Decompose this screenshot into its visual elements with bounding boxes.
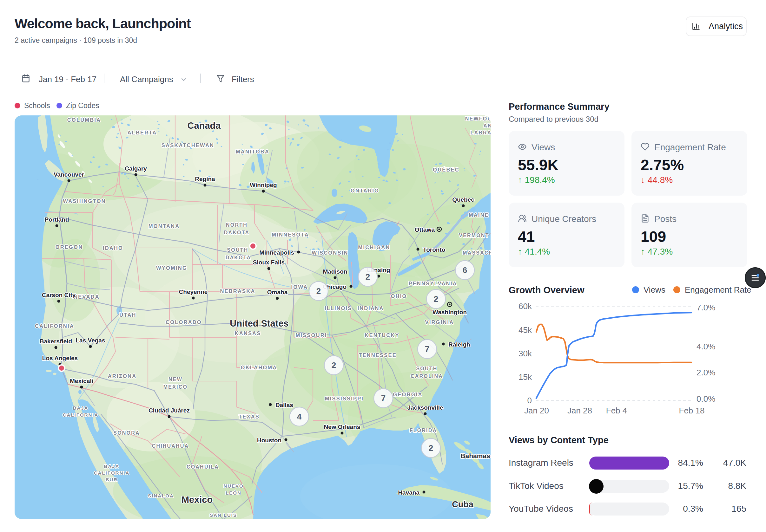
svg-text:Bahamas: Bahamas [460, 452, 490, 459]
svg-text:CALIFORNIA: CALIFORNIA [63, 412, 99, 418]
svg-text:7.0%: 7.0% [697, 303, 715, 312]
svg-text:Calgary: Calgary [125, 165, 147, 172]
svg-text:VERMONT: VERMONT [459, 233, 489, 238]
svg-text:2.0%: 2.0% [697, 368, 715, 377]
svg-text:MASSACHUSET: MASSACHUSET [463, 250, 490, 256]
svg-text:MICHIGAN: MICHIGAN [358, 244, 390, 250]
svg-text:LEÓN: LEÓN [226, 490, 242, 496]
svg-text:PENNSYLVANIA: PENNSYLVANIA [408, 281, 457, 286]
svg-text:Ciudad Juárez: Ciudad Juárez [148, 407, 190, 414]
svg-text:CALIFORNIA: CALIFORNIA [35, 323, 74, 329]
svg-text:Havana: Havana [398, 489, 419, 496]
svg-text:KANSAS: KANSAS [235, 330, 261, 336]
svg-text:SOUTH: SOUTH [227, 247, 249, 253]
svg-text:COAHUILA: COAHUILA [186, 464, 219, 470]
svg-text:SUR: SUR [106, 477, 118, 482]
svg-text:UTAH: UTAH [119, 312, 136, 318]
svg-text:OHIO: OHIO [391, 293, 407, 299]
svg-text:0.0%: 0.0% [697, 394, 715, 404]
svg-text:INDIANA: INDIANA [358, 305, 384, 311]
svg-text:COLUMBIA: COLUMBIA [67, 117, 101, 123]
svg-text:7: 7 [381, 393, 386, 403]
svg-text:4.0%: 4.0% [697, 342, 715, 351]
svg-text:MEXICO: MEXICO [163, 384, 187, 390]
svg-text:KENTUCKY: KENTUCKY [365, 332, 399, 338]
svg-text:Carson City: Carson City [42, 292, 76, 298]
svg-text:Regina: Regina [195, 176, 215, 182]
svg-text:2: 2 [429, 443, 433, 453]
svg-text:AN: AN [483, 123, 490, 128]
svg-text:2: 2 [316, 286, 321, 296]
svg-text:MINNESOTA: MINNESOTA [272, 232, 309, 237]
svg-text:Jan 20: Jan 20 [524, 406, 549, 415]
svg-text:VIRGINIA: VIRGINIA [425, 319, 454, 325]
svg-text:United States: United States [230, 318, 289, 328]
svg-text:Sioux Falls: Sioux Falls [253, 259, 285, 266]
svg-text:CALIFORNIA: CALIFORNIA [94, 470, 130, 476]
svg-text:Minneapolis: Minneapolis [259, 249, 294, 256]
svg-text:SAN LUIS: SAN LUIS [210, 512, 237, 518]
svg-text:MONTANA: MONTANA [148, 223, 180, 229]
svg-text:SOUTH: SOUTH [416, 366, 438, 371]
svg-text:WYOMING: WYOMING [156, 265, 187, 271]
svg-text:Raleigh: Raleigh [448, 341, 470, 348]
svg-text:TEXAS: TEXAS [239, 414, 260, 419]
svg-text:Winnipeg: Winnipeg [250, 182, 277, 188]
svg-text:MISSOURI: MISSOURI [295, 332, 327, 338]
svg-text:MAINE: MAINE [469, 212, 489, 218]
svg-text:MANITOBA: MANITOBA [236, 149, 269, 154]
svg-text:60k: 60k [518, 302, 532, 311]
svg-text:Mexicali: Mexicali [70, 378, 93, 384]
svg-text:DAKOTA: DAKOTA [224, 230, 250, 235]
svg-text:30k: 30k [518, 349, 532, 358]
svg-text:Washington: Washington [432, 309, 467, 315]
svg-text:ALBERTA: ALBERTA [127, 130, 157, 135]
svg-text:45k: 45k [518, 325, 532, 335]
svg-text:0: 0 [527, 396, 532, 405]
svg-text:LABRA: LABRA [471, 130, 491, 135]
svg-text:Toronto: Toronto [423, 246, 445, 253]
svg-text:4: 4 [297, 412, 302, 421]
svg-text:15k: 15k [518, 372, 532, 382]
svg-text:Feb 18: Feb 18 [679, 406, 705, 415]
svg-text:BAJA: BAJA [104, 464, 120, 469]
svg-text:WASHINGTON: WASHINGTON [63, 198, 106, 204]
svg-text:Omaha: Omaha [267, 289, 288, 295]
svg-text:NEWFOU: NEWFOU [465, 116, 490, 121]
svg-text:QUÉBEC: QUÉBEC [433, 167, 459, 172]
svg-text:NEVADA: NEVADA [74, 294, 100, 300]
svg-text:Ottawa: Ottawa [415, 226, 435, 233]
svg-text:Bakersfield: Bakersfield [40, 338, 72, 345]
svg-text:SINALOA: SINALOA [148, 493, 174, 498]
svg-text:Quebec: Quebec [452, 196, 474, 203]
svg-text:MISSISSIPPI: MISSISSIPPI [325, 396, 364, 401]
svg-text:Los Angeles: Los Angeles [42, 355, 78, 361]
svg-text:NUEVO: NUEVO [224, 483, 244, 489]
svg-text:Cuba: Cuba [452, 500, 473, 509]
svg-text:2: 2 [332, 360, 336, 370]
svg-text:FLORIDA: FLORIDA [410, 428, 437, 433]
svg-text:IOWA: IOWA [291, 284, 308, 290]
svg-text:IDAHO: IDAHO [103, 245, 123, 251]
svg-text:NEW: NEW [168, 377, 182, 382]
svg-text:OREGON: OREGON [55, 244, 83, 250]
svg-text:Cheyenne: Cheyenne [179, 289, 208, 295]
svg-text:TENNESSEE: TENNESSEE [359, 352, 397, 358]
svg-text:Vancouver: Vancouver [54, 171, 84, 178]
svg-text:COLORADO: COLORADO [165, 319, 202, 325]
svg-text:NEBRASKA: NEBRASKA [220, 288, 255, 294]
svg-text:SONORA: SONORA [113, 430, 139, 436]
svg-text:GEORGIA: GEORGIA [393, 392, 422, 397]
svg-text:Mexico: Mexico [181, 495, 213, 505]
svg-text:SASKATCHEWAN: SASKATCHEWAN [161, 142, 214, 148]
svg-text:Houston: Houston [257, 437, 282, 444]
svg-text:Jan 28: Jan 28 [567, 406, 592, 415]
svg-text:CHIHUAHUA: CHIHUAHUA [152, 443, 189, 449]
svg-text:ARIZONA: ARIZONA [108, 373, 137, 379]
svg-text:Dallas: Dallas [276, 402, 293, 408]
svg-text:6: 6 [463, 265, 467, 275]
svg-text:WISCONSIN: WISCONSIN [312, 250, 348, 256]
svg-text:Feb 4: Feb 4 [606, 406, 627, 415]
svg-text:Madison: Madison [323, 268, 347, 275]
svg-text:CAROLINA: CAROLINA [411, 373, 443, 379]
